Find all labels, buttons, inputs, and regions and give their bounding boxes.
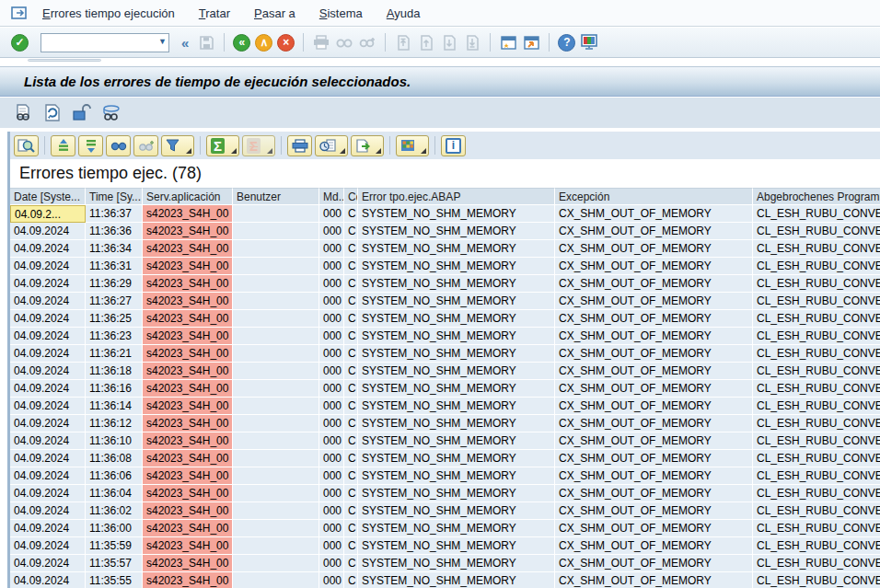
create-shortcut-icon[interactable] [522, 33, 540, 52]
cell[interactable]: s42023_S4H_00 [143, 555, 233, 572]
cell[interactable] [233, 398, 319, 415]
table-row[interactable]: 04.09.202411:36:04s42023_S4H_00000CSYSTE… [10, 485, 880, 502]
cell[interactable]: CL_ESH_RUBU_CONVER [753, 555, 880, 572]
cell[interactable] [233, 502, 319, 520]
export-button[interactable] [351, 135, 384, 156]
cell[interactable]: CX_SHM_OUT_OF_MEMORY [555, 502, 753, 520]
cell[interactable]: s42023_S4H_00 [143, 467, 233, 485]
cell[interactable]: s42023_S4H_00 [143, 310, 233, 328]
table-row[interactable]: 04.09.202411:36:06s42023_S4H_00000CSYSTE… [10, 467, 880, 485]
cell[interactable]: 000 [319, 258, 344, 275]
cell[interactable]: s42023_S4H_00 [143, 223, 233, 240]
cell[interactable]: 04.09.2024 [10, 345, 86, 363]
cell[interactable]: 000 [319, 380, 344, 398]
cell[interactable]: SYSTEM_NO_SHM_MEMORY [358, 293, 555, 310]
cell[interactable]: C [344, 572, 358, 588]
cell[interactable] [233, 380, 319, 398]
exit-icon[interactable]: ∧ [255, 34, 272, 52]
find-button[interactable] [106, 135, 131, 156]
table-row[interactable]: 04.09.202411:36:36s42023_S4H_00000CSYSTE… [10, 223, 880, 240]
cell[interactable] [233, 223, 319, 240]
page-down-icon[interactable] [440, 33, 458, 52]
cell[interactable]: 04.09.2024 [10, 275, 86, 293]
cell[interactable]: CL_ESH_RUBU_CONVER [753, 328, 880, 345]
cell[interactable]: 000 [319, 502, 344, 520]
cell[interactable]: C [344, 415, 358, 432]
cell[interactable]: SYSTEM_NO_SHM_MEMORY [358, 223, 555, 240]
cell[interactable]: SYSTEM_NO_SHM_MEMORY [358, 363, 555, 380]
cell[interactable]: CL_ESH_RUBU_CONVER [753, 502, 880, 520]
cell[interactable]: 04.09.2024 [10, 328, 86, 345]
cell[interactable]: 11:36:16 [86, 380, 143, 398]
cell[interactable]: SYSTEM_NO_SHM_MEMORY [358, 205, 555, 223]
display-details-icon[interactable] [13, 104, 33, 122]
cell[interactable] [233, 432, 319, 450]
find-next-button[interactable] [133, 135, 158, 156]
cell[interactable]: C [344, 293, 358, 310]
menu-item-sistema[interactable]: Sistema [319, 6, 363, 20]
cell[interactable]: s42023_S4H_00 [143, 520, 233, 537]
cell[interactable]: CL_ESH_RUBU_CONVER [753, 223, 880, 240]
cell[interactable]: C [344, 275, 358, 293]
cell[interactable]: 04.09.2... [10, 205, 86, 223]
cell[interactable]: s42023_S4H_00 [143, 432, 233, 450]
table-row[interactable]: 04.09.2...11:36:37s42023_S4H_00000CSYSTE… [10, 205, 880, 223]
cell[interactable]: 11:36:29 [86, 275, 143, 293]
cell[interactable]: C [344, 258, 358, 275]
cell[interactable]: 000 [319, 537, 344, 555]
column-header-7[interactable]: Excepción [555, 188, 753, 205]
cell[interactable]: SYSTEM_NO_SHM_MEMORY [358, 572, 555, 588]
window-menu-icon[interactable] [11, 6, 29, 20]
cell[interactable]: CX_SHM_OUT_OF_MEMORY [555, 345, 753, 363]
find-next-icon[interactable] [358, 33, 376, 52]
cell[interactable]: CL_ESH_RUBU_CONVER [753, 205, 880, 223]
cell[interactable]: SYSTEM_NO_SHM_MEMORY [358, 467, 555, 485]
table-row[interactable]: 04.09.202411:36:31s42023_S4H_00000CSYSTE… [10, 258, 880, 275]
filter-button[interactable] [161, 135, 194, 156]
find-icon[interactable] [335, 33, 353, 52]
cell[interactable] [233, 450, 319, 467]
cell[interactable]: CX_SHM_OUT_OF_MEMORY [555, 223, 753, 240]
cell[interactable]: CX_SHM_OUT_OF_MEMORY [555, 398, 753, 415]
customize-layout-icon[interactable] [580, 33, 598, 52]
cell[interactable]: 11:35:57 [86, 555, 143, 572]
cell[interactable]: s42023_S4H_00 [143, 572, 233, 588]
cell[interactable]: CL_ESH_RUBU_CONVER [753, 310, 880, 328]
cell[interactable]: 04.09.2024 [10, 467, 86, 485]
cell[interactable]: CL_ESH_RUBU_CONVER [753, 293, 880, 310]
table-row[interactable]: 04.09.202411:36:18s42023_S4H_00000CSYSTE… [10, 363, 880, 380]
cell[interactable]: C [344, 485, 358, 502]
cell[interactable]: C [344, 555, 358, 572]
command-field[interactable]: ▼ [41, 33, 169, 52]
cell[interactable]: 04.09.2024 [10, 520, 86, 537]
cell[interactable]: 11:36:10 [86, 432, 143, 450]
cell[interactable]: C [344, 520, 358, 537]
cell[interactable]: SYSTEM_NO_SHM_MEMORY [358, 380, 555, 398]
subtotal-button[interactable]: Σ [242, 135, 275, 156]
table-row[interactable]: 04.09.202411:36:02s42023_S4H_00000CSYSTE… [10, 502, 880, 520]
layout-button[interactable] [396, 135, 429, 156]
cell[interactable]: C [344, 450, 358, 467]
cell[interactable] [233, 310, 319, 328]
cell[interactable]: s42023_S4H_00 [143, 293, 233, 310]
cell[interactable]: C [344, 363, 358, 380]
cell[interactable]: 000 [319, 572, 344, 588]
cell[interactable] [233, 485, 319, 502]
cell[interactable]: SYSTEM_NO_SHM_MEMORY [358, 520, 555, 537]
cell[interactable]: 000 [319, 223, 344, 240]
cell[interactable]: CL_ESH_RUBU_CONVER [753, 345, 880, 363]
cell[interactable]: 04.09.2024 [10, 537, 86, 555]
cell[interactable]: 11:36:36 [86, 223, 143, 240]
cell[interactable]: 04.09.2024 [10, 502, 86, 520]
cell[interactable]: C [344, 240, 358, 258]
display-versions-icon[interactable] [101, 104, 122, 122]
cell[interactable]: SYSTEM_NO_SHM_MEMORY [358, 485, 555, 502]
cell[interactable]: 000 [319, 345, 344, 363]
cell[interactable] [233, 537, 319, 555]
cell[interactable]: 11:36:27 [86, 293, 143, 310]
refresh-icon[interactable] [42, 104, 63, 122]
cell[interactable]: 000 [319, 363, 344, 380]
cell[interactable]: 04.09.2024 [10, 293, 86, 310]
cell[interactable]: s42023_S4H_00 [143, 537, 233, 555]
cell[interactable] [233, 205, 319, 223]
